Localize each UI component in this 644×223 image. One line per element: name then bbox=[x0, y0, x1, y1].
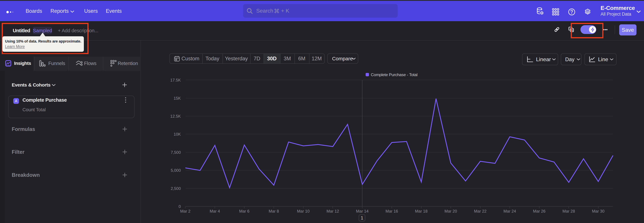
svg-text:2,500: 2,500 bbox=[171, 186, 181, 191]
svg-text:Mar 26: Mar 26 bbox=[533, 209, 546, 213]
svg-text:Mar 10: Mar 10 bbox=[297, 209, 310, 213]
svg-text:Mar 2: Mar 2 bbox=[180, 209, 190, 213]
svg-text:17.5K: 17.5K bbox=[170, 78, 181, 82]
svg-text:Mar 20: Mar 20 bbox=[444, 209, 457, 213]
svg-text:Mar 6: Mar 6 bbox=[239, 209, 250, 213]
svg-text:Mar 16: Mar 16 bbox=[386, 209, 398, 213]
svg-text:5,000: 5,000 bbox=[171, 168, 181, 173]
svg-text:10K: 10K bbox=[174, 132, 181, 137]
svg-text:15K: 15K bbox=[174, 96, 181, 100]
svg-text:7,500: 7,500 bbox=[171, 150, 181, 155]
svg-text:Mar 22: Mar 22 bbox=[474, 209, 486, 213]
svg-text:Mar 4: Mar 4 bbox=[210, 209, 220, 213]
svg-text:12.5K: 12.5K bbox=[170, 114, 181, 119]
svg-text:Mar 24: Mar 24 bbox=[504, 209, 516, 213]
svg-text:Mar 28: Mar 28 bbox=[562, 209, 575, 213]
svg-text:Mar 14: Mar 14 bbox=[356, 209, 368, 213]
svg-text:0: 0 bbox=[178, 204, 181, 209]
svg-text:Mar 8: Mar 8 bbox=[269, 209, 279, 213]
svg-text:Mar 18: Mar 18 bbox=[415, 209, 428, 213]
svg-text:Mar 30: Mar 30 bbox=[592, 209, 604, 213]
svg-text:Mar 12: Mar 12 bbox=[326, 209, 339, 213]
